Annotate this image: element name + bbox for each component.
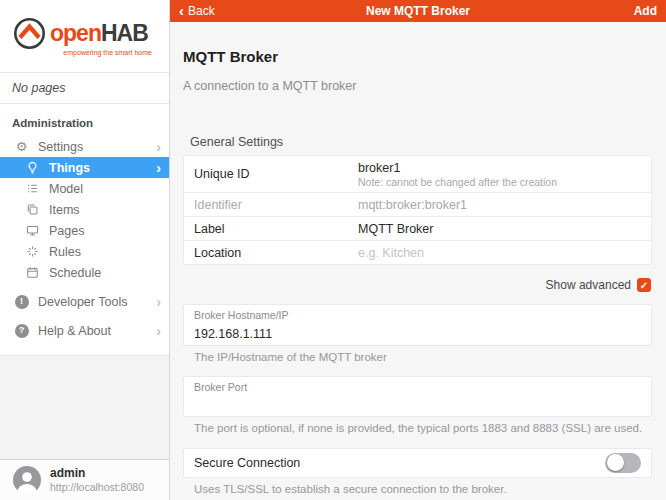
- sidebar-item-label: Schedule: [49, 266, 161, 280]
- main-area: ‹ Back New MQTT Broker Add MQTT Broker A…: [170, 0, 666, 500]
- sidebar-item-label: Developer Tools: [38, 295, 156, 309]
- topbar: ‹ Back New MQTT Broker Add: [170, 0, 666, 22]
- menu-group-gap: [0, 312, 169, 320]
- items-copy-icon: [24, 203, 41, 216]
- user-avatar-icon: [13, 466, 41, 494]
- check-icon: ✓: [640, 280, 648, 291]
- sidebar-item-rules[interactable]: Rules: [0, 241, 169, 262]
- chevron-right-icon: ›: [156, 295, 161, 309]
- label-label: Label: [194, 222, 358, 236]
- broker-hostname-card: Broker Hostname/IP: [183, 304, 652, 346]
- sidebar-item-label: Model: [49, 182, 161, 196]
- sidebar-item-label: Pages: [49, 224, 161, 238]
- sidebar-item-developer-tools[interactable]: ! Developer Tools ›: [0, 291, 169, 312]
- lightbulb-icon: [24, 161, 41, 175]
- logo-wordmark: openHAB: [50, 20, 148, 47]
- label-row: Label: [184, 216, 651, 240]
- rules-spark-icon: [24, 245, 41, 258]
- pages-monitor-icon: [24, 224, 41, 237]
- user-panel[interactable]: admin http://localhost:8080: [0, 459, 169, 500]
- chevron-right-icon: ›: [156, 161, 161, 175]
- model-tree-icon: [24, 182, 41, 195]
- unique-id-row: Unique ID Note: cannot be changed after …: [184, 156, 651, 192]
- sidebar-item-schedule[interactable]: Schedule: [0, 262, 169, 283]
- question-circle-icon: ?: [13, 324, 30, 338]
- add-button[interactable]: Add: [567, 4, 657, 18]
- sidebar-item-settings[interactable]: ⚙ Settings ›: [0, 136, 169, 157]
- page-title: New MQTT Broker: [269, 4, 567, 18]
- unique-id-note: Note: cannot be changed after the creati…: [358, 176, 641, 188]
- secure-connection-card: Secure Connection: [183, 448, 652, 478]
- gear-icon: ⚙: [13, 140, 30, 153]
- sidebar-item-label: Things: [49, 161, 156, 175]
- location-row: Location: [184, 240, 651, 264]
- broker-hostname-helper: The IP/Hostname of the MQTT broker: [194, 351, 652, 364]
- thing-type-description: A connection to a MQTT broker: [183, 79, 652, 93]
- exclamation-circle-icon: !: [13, 295, 30, 309]
- location-label: Location: [194, 246, 358, 260]
- content: MQTT Broker A connection to a MQTT broke…: [170, 22, 666, 500]
- broker-port-label: Broker Port: [194, 381, 641, 394]
- sidebar-menu: ⚙ Settings › Things › Model: [0, 136, 169, 341]
- unique-id-value: Note: cannot be changed after the creati…: [358, 161, 641, 188]
- chevron-left-icon: ‹: [179, 3, 184, 18]
- openhab-logo: openHAB empowering the smart home: [0, 0, 160, 64]
- unique-id-label: Unique ID: [194, 167, 358, 181]
- openhab-house-icon: [12, 16, 47, 51]
- administration-section-title: Administration: [0, 104, 169, 136]
- broker-port-input[interactable]: [194, 398, 641, 412]
- thing-type-title: MQTT Broker: [183, 48, 652, 65]
- sidebar-item-pages[interactable]: Pages: [0, 220, 169, 241]
- back-label: Back: [188, 4, 215, 18]
- user-url: http://localhost:8080: [50, 481, 144, 494]
- show-advanced-label: Show advanced: [546, 278, 631, 292]
- location-input[interactable]: [358, 246, 641, 260]
- sidebar-spacer: [0, 355, 169, 459]
- identifier-row: Identifier mqtt:broker:broker1: [184, 192, 651, 216]
- user-name: admin: [50, 466, 144, 481]
- no-pages-label: No pages: [0, 72, 169, 104]
- sidebar-item-items[interactable]: Items: [0, 199, 169, 220]
- sidebar-item-label: Settings: [38, 140, 156, 154]
- label-input[interactable]: [358, 222, 641, 236]
- identifier-value: mqtt:broker:broker1: [358, 198, 641, 212]
- sidebar-item-label: Items: [49, 203, 161, 217]
- broker-hostname-label: Broker Hostname/IP: [194, 309, 641, 322]
- chevron-right-icon: ›: [156, 140, 161, 154]
- unique-id-input[interactable]: [358, 161, 641, 175]
- broker-hostname-input[interactable]: [194, 327, 641, 341]
- menu-group-gap: [0, 283, 169, 291]
- sidebar-item-label: Rules: [49, 245, 161, 259]
- broker-port-helper: The port is optional, if none is provide…: [194, 422, 652, 435]
- broker-port-card: Broker Port: [183, 376, 652, 418]
- schedule-calendar-icon: [24, 266, 41, 279]
- sidebar: openHAB empowering the smart home No pag…: [0, 0, 170, 500]
- sidebar-item-help-about[interactable]: ? Help & About ›: [0, 320, 169, 341]
- secure-connection-toggle[interactable]: [605, 453, 641, 473]
- identifier-label: Identifier: [194, 198, 358, 212]
- sidebar-item-model[interactable]: Model: [0, 178, 169, 199]
- back-button[interactable]: ‹ Back: [179, 4, 269, 18]
- sidebar-item-label: Help & About: [38, 324, 156, 338]
- secure-connection-label: Secure Connection: [194, 456, 300, 470]
- logo-hab: HAB: [101, 20, 148, 46]
- show-advanced-checkbox[interactable]: ✓: [637, 278, 651, 292]
- general-settings-title: General Settings: [190, 135, 652, 149]
- chevron-right-icon: ›: [156, 324, 161, 338]
- show-advanced-row: Show advanced ✓: [185, 278, 651, 292]
- general-settings-card: Unique ID Note: cannot be changed after …: [183, 155, 652, 265]
- secure-connection-helper: Uses TLS/SSL to establish a secure conne…: [194, 483, 652, 496]
- page-head: MQTT Broker A connection to a MQTT broke…: [170, 22, 666, 93]
- toggle-knob: [607, 454, 624, 471]
- sidebar-item-things[interactable]: Things ›: [0, 157, 169, 178]
- logo-open: open: [50, 20, 101, 46]
